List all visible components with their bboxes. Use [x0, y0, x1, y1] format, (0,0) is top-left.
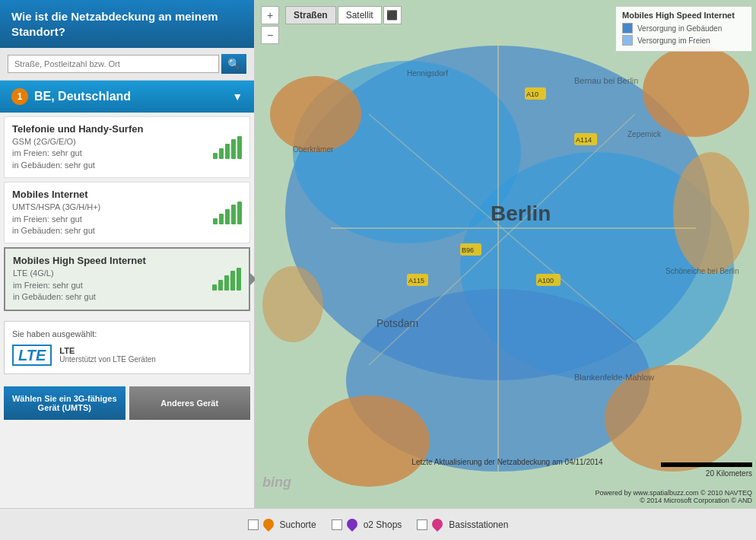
legend-color-buildings: [622, 23, 633, 33]
card2-sub2: im Freien: sehr gut: [12, 214, 82, 224]
svg-text:A115: A115: [408, 277, 424, 284]
card1-sub3: in Gebäuden: sehr gut: [12, 160, 95, 170]
map-area: Berlin Potsdam Bernau bei Berlin Zeperni…: [255, 0, 756, 508]
bar: [225, 209, 230, 224]
legend-label-buildings: Versorgung in Gebäuden: [637, 24, 722, 33]
legend-title: Mobiles High Speed Internet: [622, 11, 745, 20]
other-device-button[interactable]: Anderes Gerät: [129, 386, 251, 420]
bar: [224, 275, 229, 291]
location-name: BE, Deutschland: [34, 90, 232, 103]
zoom-in-icon: +: [267, 9, 273, 21]
location-number: 1: [11, 88, 28, 105]
question-text: Wie ist die Netzabdeckung an meinem Stan…: [11, 10, 218, 38]
bar: [213, 153, 218, 159]
card2-sub3: in Gebäuden: sehr gut: [12, 226, 95, 235]
coverage-card-mobiles-internet[interactable]: Mobiles Internet UMTS/HSPA (3G/H/H+) im …: [4, 182, 250, 243]
coverage-cards: Telefonie und Handy-Surfen GSM (2G/G/E/O…: [0, 113, 254, 315]
search-bar: 🔍: [0, 48, 254, 81]
legend-label-outdoor: Versorgung im Freien: [637, 37, 710, 45]
map-background[interactable]: Berlin Potsdam Bernau bei Berlin Zeperni…: [255, 0, 756, 508]
map-attribution: Powered by www.spatialbuzz.com © 2010 NA…: [595, 489, 752, 504]
svg-text:Zepernick: Zepernick: [627, 130, 662, 138]
map-svg: Berlin Potsdam Bernau bei Berlin Zeperni…: [255, 0, 756, 508]
device-3g-button[interactable]: Wählen Sie ein 3G-fähiges Gerät (UMTS): [4, 386, 125, 420]
shops-label: o2 Shops: [364, 519, 402, 530]
card1-bars: [213, 136, 242, 159]
satellite-label: Satellit: [346, 10, 373, 21]
basisstationen-label: Basisstationen: [449, 519, 508, 530]
card1-sub2: im Freien: sehr gut: [12, 148, 82, 157]
legend-item-outdoor: Versorgung im Freien: [622, 35, 745, 46]
svg-text:Berlin: Berlin: [491, 202, 551, 225]
svg-text:Oberkrämer: Oberkrämer: [293, 145, 334, 154]
legend-basisstationen: Basisstationen: [417, 517, 508, 532]
card3-title: Mobiles High Speed Internet: [13, 255, 212, 266]
svg-point-6: [643, 46, 749, 137]
coverage-card-telefonie[interactable]: Telefonie und Handy-Surfen GSM (2G/G/E/O…: [4, 116, 250, 178]
svg-text:A114: A114: [576, 136, 592, 144]
map-type-streets[interactable]: Straßen: [285, 6, 336, 24]
bar: [231, 139, 236, 159]
3d-icon: ⬛: [386, 10, 398, 21]
legend-item-buildings: Versorgung in Gebäuden: [622, 23, 745, 33]
map-scale: 20 Kilometers: [661, 459, 752, 478]
attribution-line2: © 2014 Microsoft Corporation © AND: [595, 497, 752, 504]
map-type-satellite[interactable]: Satellit: [338, 6, 382, 24]
search-input[interactable]: [8, 55, 219, 73]
selected-label: Sie haben ausgewählt:: [12, 329, 242, 338]
question-header: Wie ist die Netzabdeckung an meinem Stan…: [0, 0, 254, 48]
suchorte-pin-container: [263, 517, 275, 532]
bar: [218, 280, 223, 291]
streets-label: Straßen: [294, 10, 328, 21]
last-update-text: Letzte Aktualisierung der Netzabdeckung …: [411, 458, 602, 466]
card3-sub3: in Gebäuden: sehr gut: [13, 292, 96, 301]
bar: [230, 271, 235, 291]
basisstationen-pin-container: [432, 517, 444, 532]
attribution-line1: Powered by www.spatialbuzz.com © 2010 NA…: [595, 489, 752, 497]
card3-sub1: LTE (4G/L): [13, 268, 54, 278]
selected-section: Sie haben ausgewählt: LTE LTE Unterstütz…: [4, 321, 250, 374]
location-bar[interactable]: 1 BE, Deutschland ▼: [0, 81, 254, 113]
map-controls: + −: [261, 6, 279, 44]
lte-badge: LTE: [12, 345, 52, 366]
selected-title: LTE: [59, 346, 156, 355]
zoom-out-icon: −: [267, 29, 273, 41]
suchorte-checkbox[interactable]: [248, 519, 259, 530]
coverage-card-highspeed[interactable]: Mobiles High Speed Internet LTE (4G/L) i…: [4, 247, 250, 310]
bar: [231, 205, 236, 224]
bar: [237, 202, 242, 224]
basisstationen-pin-icon: [430, 516, 445, 532]
svg-text:Blankenfelde-Mahlow: Blankenfelde-Mahlow: [574, 373, 654, 382]
svg-point-10: [262, 266, 323, 342]
selected-subtitle: Unterstützt von LTE Geräten: [59, 355, 156, 364]
shops-pin-container: [347, 517, 359, 532]
card2-title: Mobiles Internet: [12, 189, 213, 200]
action-buttons: Wählen Sie ein 3G-fähiges Gerät (UMTS) A…: [0, 380, 254, 426]
bar: [237, 136, 242, 159]
shops-checkbox[interactable]: [332, 519, 342, 530]
basisstationen-checkbox[interactable]: [417, 519, 427, 530]
search-icon: 🔍: [227, 58, 240, 70]
zoom-in-button[interactable]: +: [261, 6, 279, 24]
map-type-bar: Straßen Satellit ⬛: [285, 6, 402, 24]
bar: [225, 144, 230, 159]
shops-pin-icon: [345, 516, 360, 532]
legend-shops: o2 Shops: [332, 517, 402, 532]
svg-text:B96: B96: [462, 246, 474, 254]
svg-text:A100: A100: [538, 277, 554, 284]
bottom-bar: Suchorte o2 Shops Basisstationen: [0, 508, 756, 540]
svg-text:Bernau bei Berlin: Bernau bei Berlin: [574, 76, 638, 85]
card1-sub1: GSM (2G/G/E/O): [12, 137, 76, 146]
search-button[interactable]: 🔍: [221, 54, 246, 74]
scale-bar: [661, 462, 752, 467]
svg-point-8: [308, 395, 430, 487]
dropdown-arrow-icon: ▼: [232, 91, 243, 103]
svg-point-5: [270, 76, 361, 152]
legend-box: Mobiles High Speed Internet Versorgung i…: [615, 6, 752, 52]
map-type-3d-button[interactable]: ⬛: [383, 6, 402, 24]
scale-text: 20 Kilometers: [661, 469, 752, 478]
zoom-out-button[interactable]: −: [261, 26, 279, 44]
svg-text:bing: bing: [262, 475, 291, 490]
bar: [219, 148, 224, 159]
svg-text:Potsdam: Potsdam: [376, 317, 418, 329]
